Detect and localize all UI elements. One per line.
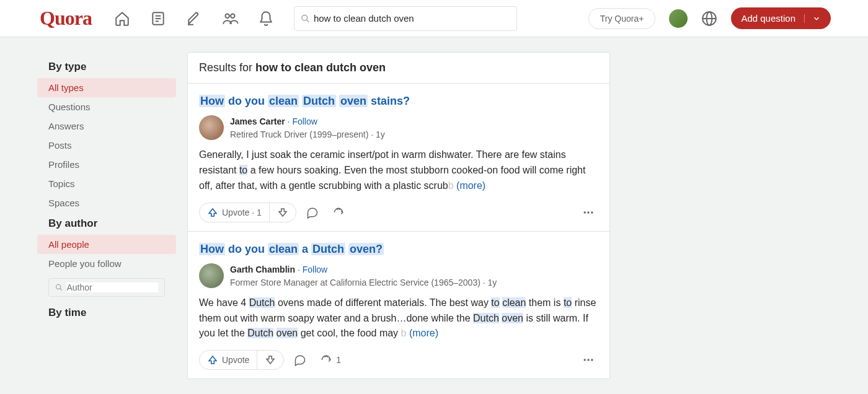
upvote-icon — [207, 354, 218, 366]
add-question-label: Add question — [741, 13, 795, 24]
sidebar-item-profiles[interactable]: Profiles — [37, 155, 176, 174]
downvote-icon — [265, 354, 276, 366]
author-filter-box[interactable] — [48, 278, 165, 297]
sidebar-heading-type: By type — [37, 56, 176, 78]
sidebar-item-all-people[interactable]: All people — [37, 235, 176, 254]
share-button[interactable]: 1 — [316, 350, 345, 370]
sidebar-item-spaces[interactable]: Spaces — [37, 193, 176, 212]
sidebar-heading-author: By author — [37, 212, 176, 235]
more-link[interactable]: (more) — [456, 180, 485, 191]
sidebar: By type All typesQuestionsAnswersPostsPr… — [37, 52, 176, 324]
try-quora-plus-button[interactable]: Try Quora+ — [588, 8, 656, 29]
svg-point-14 — [584, 211, 586, 213]
following-icon[interactable] — [143, 3, 174, 34]
svg-point-16 — [591, 211, 593, 213]
upvote-button[interactable]: Upvote · 1 — [200, 203, 270, 222]
sidebar-author-list: All peoplePeople you follow — [37, 235, 176, 273]
downvote-button[interactable] — [270, 203, 296, 222]
author-filter-input[interactable] — [66, 282, 158, 292]
share-icon — [332, 206, 345, 219]
more-options-button[interactable] — [578, 203, 598, 222]
svg-point-18 — [587, 359, 589, 361]
brand-logo[interactable]: Quora — [40, 7, 92, 30]
vote-group: Upvote · 1 — [199, 203, 296, 222]
results-panel: Results for how to clean dutch oven How … — [187, 52, 610, 379]
upvote-icon — [207, 207, 218, 218]
action-row: Upvote1 — [199, 348, 598, 372]
author-avatar[interactable] — [199, 115, 224, 140]
action-row: Upvote · 1 — [199, 200, 598, 225]
author-name[interactable]: James Carter — [230, 116, 285, 126]
follow-link[interactable]: Follow — [292, 116, 317, 126]
answer-snippet: Generally, I just soak the ceramic inser… — [199, 147, 598, 193]
chevron-down-icon — [804, 14, 821, 23]
svg-point-5 — [225, 14, 229, 18]
profile-avatar[interactable] — [669, 9, 688, 28]
svg-point-15 — [587, 211, 589, 213]
comment-icon — [294, 354, 306, 366]
upvote-button[interactable]: Upvote — [200, 351, 257, 369]
question-title[interactable]: How do you clean a Dutch oven? — [199, 242, 598, 257]
search-box[interactable] — [294, 6, 517, 31]
search-result: How do you clean Dutch oven stains?James… — [188, 84, 609, 232]
more-options-button[interactable] — [578, 350, 598, 370]
header-bar: Quora Try Quora+ Add question — [0, 0, 868, 37]
search-icon — [301, 14, 310, 24]
svg-line-13 — [60, 289, 62, 291]
follow-link[interactable]: Follow — [303, 265, 327, 274]
question-title[interactable]: How do you clean Dutch oven stains? — [199, 94, 598, 109]
author-credential: Retired Truck Driver (1999–present) · 1y — [230, 128, 385, 141]
results-header: Results for how to clean dutch oven — [188, 53, 609, 84]
dots-icon — [582, 206, 595, 219]
answer-icon[interactable] — [179, 3, 210, 34]
search-icon — [55, 283, 63, 292]
search-input[interactable] — [314, 13, 510, 24]
svg-point-7 — [302, 15, 308, 20]
author-credential: Former Store Manager at California Elect… — [230, 276, 497, 289]
main-layout: By type All typesQuestionsAnswersPostsPr… — [12, 37, 856, 379]
comment-button[interactable] — [290, 350, 310, 370]
dots-icon — [582, 354, 595, 366]
downvote-icon — [277, 207, 288, 218]
author-avatar[interactable] — [199, 263, 224, 288]
share-button[interactable] — [329, 203, 348, 222]
sidebar-item-posts[interactable]: Posts — [37, 136, 176, 155]
svg-point-6 — [231, 14, 235, 18]
sidebar-heading-time: By time — [37, 302, 176, 324]
sidebar-item-people-you-follow[interactable]: People you follow — [37, 254, 176, 273]
answer-snippet: We have 4 Dutch ovens made of different … — [199, 296, 598, 341]
notifications-icon[interactable] — [250, 3, 281, 34]
svg-point-12 — [56, 284, 61, 289]
author-name[interactable]: Garth Chamblin — [230, 265, 295, 274]
comment-icon — [306, 206, 319, 219]
sidebar-item-questions[interactable]: Questions — [37, 97, 176, 116]
vote-group: Upvote — [199, 350, 284, 370]
spaces-icon[interactable] — [215, 3, 246, 34]
svg-line-8 — [306, 19, 309, 22]
add-question-button[interactable]: Add question — [731, 7, 831, 29]
search-result: How do you clean a Dutch oven?Garth Cham… — [188, 232, 609, 379]
comment-button[interactable] — [303, 203, 322, 222]
sidebar-item-topics[interactable]: Topics — [37, 174, 176, 193]
more-link[interactable]: (more) — [409, 328, 438, 338]
downvote-button[interactable] — [257, 351, 283, 369]
sidebar-item-all-types[interactable]: All types — [37, 78, 176, 97]
home-icon[interactable] — [107, 3, 138, 34]
sidebar-item-answers[interactable]: Answers — [37, 116, 176, 136]
language-icon[interactable] — [701, 11, 717, 27]
share-icon — [320, 354, 332, 366]
sidebar-type-list: All typesQuestionsAnswersPostsProfilesTo… — [37, 78, 176, 212]
svg-point-19 — [591, 359, 593, 361]
svg-point-17 — [584, 359, 586, 361]
